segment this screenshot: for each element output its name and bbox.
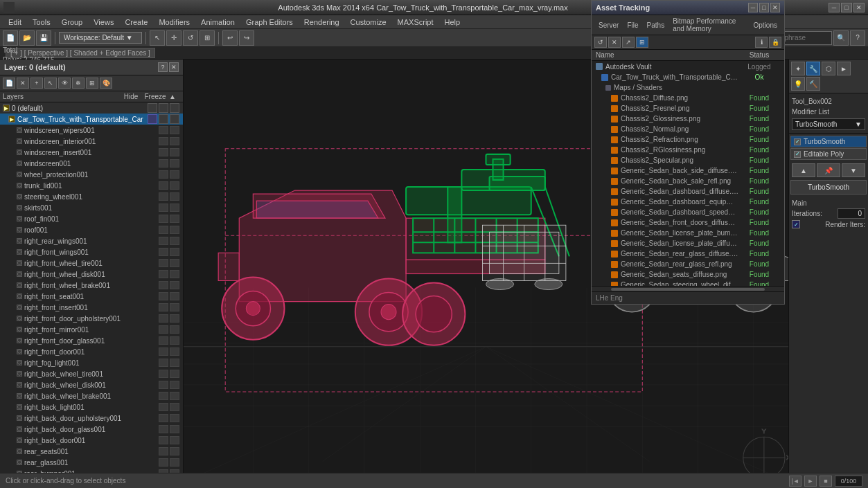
toolbar-redo[interactable]: ↪ (239, 30, 254, 46)
list-item[interactable]: ⬡right_back_wheel_tire001 (0, 368, 183, 379)
asset-file-item[interactable]: Generic_Sedan_dashboard_diffuse.pngFound (592, 186, 784, 197)
list-item[interactable]: ⬡roof001 (0, 224, 183, 235)
toolbar-open[interactable]: 📂 (19, 30, 35, 46)
layer-freeze-col[interactable] (170, 425, 179, 433)
frame-counter[interactable]: 0/100 (835, 476, 862, 487)
list-item[interactable]: ⬡right_front_door_upholstery001 (0, 313, 183, 324)
menu-tools[interactable]: Tools (27, 17, 56, 28)
mod-nav-pin[interactable]: 📌 (817, 163, 840, 177)
list-item[interactable]: ⬡right_front_wheel_tire001 (0, 257, 183, 269)
list-item[interactable]: ⬡roof_fin001 (0, 213, 183, 224)
asset-menu-paths[interactable]: Paths (643, 21, 669, 30)
menu-edit[interactable]: Edit (3, 17, 27, 28)
asset-maps-group[interactable]: Maps / Shaders (592, 82, 784, 93)
asset-file-item[interactable]: Generic_Sedan_back_sale_refl.pngFound (592, 176, 784, 186)
asset-maximize-button[interactable]: □ (759, 3, 769, 12)
asset-file-item[interactable]: Chassis2_Refraction.pngFound (592, 134, 784, 145)
list-item[interactable]: ⬡skirts001 (0, 202, 183, 213)
asset-view-button[interactable]: ⊞ (636, 37, 648, 48)
layer-freeze-col[interactable] (170, 148, 179, 156)
modifier-item-editpoly[interactable]: ✓ Editable Poly (790, 148, 867, 160)
toolbar-save[interactable]: 💾 (36, 30, 51, 46)
render-iters-checkbox[interactable]: ✓ (792, 220, 800, 228)
stop-button[interactable]: ■ (820, 476, 832, 487)
layer-freeze-col[interactable] (170, 204, 179, 212)
layer-hide-col[interactable] (159, 226, 168, 234)
layer-freeze-col[interactable] (170, 458, 179, 467)
layer-freeze-col[interactable] (170, 126, 179, 134)
layer-hide-col[interactable] (159, 159, 168, 168)
layer-hide-col[interactable] (159, 148, 168, 156)
list-item[interactable]: ▶ 0 (default) (0, 102, 183, 114)
help-button[interactable]: ? (850, 30, 865, 46)
asset-vault-button[interactable]: 🔒 (769, 37, 781, 48)
display-button[interactable]: 💡 (791, 77, 805, 91)
layer-hide-col[interactable] (159, 170, 168, 179)
asset-window-controls[interactable]: ─ □ ✕ (748, 3, 780, 12)
asset-file-item[interactable]: Generic_Sedan_license_plate_bump.pngFoun… (592, 228, 784, 238)
toolbar-undo[interactable]: ↩ (222, 30, 238, 46)
layer-freeze-col[interactable] (170, 226, 179, 234)
asset-vault-item[interactable]: Autodesk Vault Logged (592, 61, 784, 72)
layer-freeze-col[interactable] (170, 215, 179, 223)
layer-freeze-col[interactable] (170, 292, 179, 300)
asset-menu-bitmap[interactable]: Bitmap Performance and Memory (668, 17, 749, 33)
list-item[interactable]: ⬡right_back_door_upholstery001 (0, 413, 183, 424)
layer-freeze-col[interactable] (170, 447, 179, 455)
layer-freeze-col[interactable] (170, 381, 179, 389)
play-button[interactable]: ► (804, 476, 817, 487)
list-item[interactable]: ⬡right_back_light001 (0, 401, 183, 413)
layer-hide-col[interactable] (159, 204, 168, 212)
layer-freeze-col[interactable] (170, 303, 179, 311)
modifier-checkbox[interactable]: ✓ (794, 151, 801, 158)
menu-animation[interactable]: Animation (195, 17, 240, 28)
modify-button[interactable]: 🔧 (806, 62, 820, 75)
layer-select-button[interactable]: ↖ (44, 78, 57, 89)
menu-graph-editors[interactable]: Graph Editors (240, 17, 299, 28)
asset-file-item[interactable]: Chassis2_Fresnel.pngFound (592, 103, 784, 114)
layer-hide-col[interactable] (159, 447, 168, 455)
list-item[interactable]: ⬡windscreen_wipers001 (0, 125, 183, 136)
list-item[interactable]: ⬡right_front_insert001 (0, 302, 183, 313)
asset-menu-server[interactable]: Server (594, 21, 623, 30)
toolbar-scale[interactable]: ⊞ (200, 30, 215, 46)
menu-modifiers[interactable]: Modifiers (153, 17, 195, 28)
layer-hide-col[interactable] (159, 347, 168, 356)
layer-hide-col[interactable] (159, 181, 168, 190)
layer-hide-col[interactable] (159, 370, 168, 378)
asset-refresh-button[interactable]: ↺ (594, 37, 607, 48)
layer-freeze-col[interactable] (170, 248, 179, 256)
layer-freeze-col[interactable] (170, 237, 179, 245)
asset-file-item[interactable]: Generic_Sedan_license_plate_diffuse.pngF… (592, 238, 784, 248)
layer-hide-col[interactable] (159, 237, 168, 245)
layer-render-col[interactable] (170, 103, 179, 113)
mod-nav-up[interactable]: ▲ (792, 163, 815, 177)
layer-freeze-col[interactable] (170, 347, 179, 356)
list-item[interactable]: ⬡right_back_wheel_brake001 (0, 390, 183, 401)
menu-group[interactable]: Group (56, 17, 89, 28)
close-button[interactable]: ✕ (853, 3, 865, 12)
layer-freeze-col[interactable] (170, 414, 179, 422)
hierarchy-button[interactable]: ⬡ (822, 62, 835, 75)
list-item[interactable]: ⬡rear_seats001 (0, 446, 183, 457)
asset-menu-file[interactable]: File (623, 21, 642, 30)
layer-render-col[interactable] (170, 114, 179, 124)
asset-file-item[interactable]: Generic_Sedan_seats_diffuse.pngFound (592, 269, 784, 280)
layer-freeze-col[interactable] (170, 314, 179, 323)
layer-freeze-col[interactable] (170, 370, 179, 378)
layer-hide-col[interactable] (159, 359, 168, 367)
layer-help-button[interactable]: ? (158, 62, 168, 72)
layer-hide-col[interactable] (148, 114, 157, 124)
list-item[interactable]: ⬡windscreen_insert001 (0, 147, 183, 158)
layer-freeze-col[interactable] (170, 137, 179, 145)
list-item[interactable]: ⬡right_front_door001 (0, 346, 183, 357)
minimize-button[interactable]: ─ (829, 3, 840, 12)
toolbar-move[interactable]: ✛ (166, 30, 181, 46)
layer-hide-col[interactable] (159, 248, 168, 256)
workspace-dropdown[interactable]: Workspace: Default ▼ (59, 32, 142, 44)
search-button[interactable]: 🔍 (833, 30, 849, 46)
utilities-button[interactable]: 🔨 (806, 77, 820, 91)
modifier-checkbox[interactable]: ✓ (794, 138, 801, 145)
window-controls[interactable]: ─ □ ✕ (829, 3, 865, 12)
menu-create[interactable]: Create (119, 17, 153, 28)
